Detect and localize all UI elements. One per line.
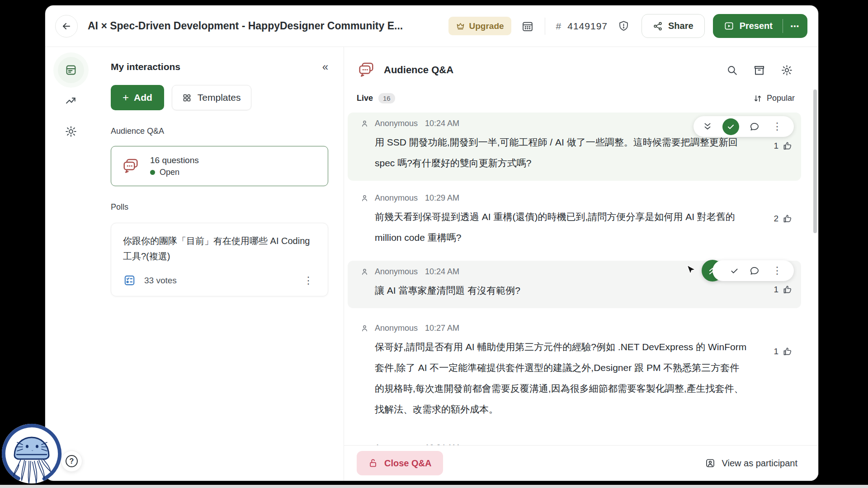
- rail-interactions-icon[interactable]: [58, 57, 84, 83]
- top-bar: AI × Spec-Driven Development - HappyDesi…: [45, 5, 818, 47]
- polls-section-label: Polls: [111, 202, 328, 212]
- person-icon: [360, 119, 369, 128]
- add-button[interactable]: + Add: [111, 85, 164, 110]
- question-kebab-icon[interactable]: ⋮: [769, 266, 785, 276]
- present-more-button[interactable]: ⋯: [783, 21, 807, 32]
- screen-edge-strip: [0, 485, 868, 488]
- poll-checklist-icon: [123, 274, 136, 287]
- participant-badge-icon: [705, 458, 716, 469]
- grid-icon: [182, 93, 192, 103]
- collapse-sidebar-icon[interactable]: «: [322, 61, 328, 72]
- question-text: 讓 AI 當專家釐清問題 有沒有範例?: [375, 280, 747, 301]
- calendar-icon[interactable]: [521, 20, 534, 33]
- share-icon: [653, 21, 663, 31]
- sort-popular-button[interactable]: Popular: [753, 94, 795, 103]
- question-text: 保哥好,請問是否有用 AI 輔助使用第三方元件的經驗?例如 .NET DevEx…: [375, 337, 747, 420]
- view-as-participant-button[interactable]: View as participant: [705, 458, 798, 469]
- upvote-count: 1: [774, 347, 778, 357]
- upvote-count: 2: [774, 214, 778, 224]
- question-kebab-icon[interactable]: ⋮: [769, 122, 785, 131]
- qna-bubbles-icon: [357, 61, 376, 80]
- event-code: # 4149197: [556, 21, 608, 32]
- divider: [545, 18, 545, 35]
- qna-section-label: Audience Q&A: [111, 127, 328, 136]
- question-row[interactable]: Anonymous 10:34 AM: [348, 437, 801, 445]
- scrollbar-thumb[interactable]: [813, 89, 817, 233]
- back-button[interactable]: [55, 15, 78, 38]
- question-actions-toolbar: ⋮: [693, 116, 794, 137]
- person-icon: [360, 324, 369, 333]
- question-author: Anonymous: [375, 119, 418, 128]
- upvote-button[interactable]: 2: [774, 213, 793, 224]
- search-icon[interactable]: [726, 64, 738, 76]
- person-icon: [360, 194, 369, 202]
- question-time: 10:24 AM: [425, 119, 459, 128]
- close-qna-button[interactable]: Close Q&A: [357, 451, 443, 475]
- question-list: Anonymous 10:24 AM 用 SSD 開發功能,開發到一半,可能工程…: [344, 103, 818, 445]
- upvote-button[interactable]: 1: [774, 141, 793, 151]
- thumbs-up-icon: [783, 284, 793, 295]
- app-window: AI × Spec-Driven Development - HappyDesi…: [45, 5, 818, 481]
- live-count-badge: 16: [378, 93, 395, 103]
- mark-answered-button[interactable]: [722, 118, 739, 135]
- templates-button[interactable]: Templates: [172, 85, 251, 110]
- lock-open-icon: [368, 458, 378, 468]
- sidebar: My interactions « + Add Templates Audien…: [97, 47, 344, 481]
- main-panel: Audience Q&A Live 16: [344, 47, 818, 481]
- question-author: Anonymous: [375, 443, 418, 445]
- question-time: 10:24 AM: [425, 267, 459, 277]
- move-down-icon[interactable]: [703, 122, 712, 131]
- question-row[interactable]: Anonymous 10:24 AM 讓 AI 當專家釐清問題 有沒有範例? 1: [348, 261, 801, 308]
- question-row[interactable]: Anonymous 10:29 AM 前幾天看到保哥提到透過 AI 重構(還債)…: [348, 187, 801, 255]
- poll-card[interactable]: 你跟你的團隊「目前」有在使用哪些 AI Coding 工具?(複選) 33 vo…: [111, 223, 328, 296]
- thumbs-up-icon: [783, 213, 793, 224]
- play-icon: [724, 21, 734, 31]
- person-icon: [360, 267, 369, 276]
- question-time: 10:34 AM: [425, 443, 459, 445]
- thumbs-up-icon: [783, 346, 793, 357]
- qna-question-count: 16 questions: [150, 155, 199, 165]
- arrow-left-icon: [61, 21, 72, 32]
- icon-rail: [45, 47, 97, 481]
- upgrade-button[interactable]: Upgrade: [448, 17, 511, 35]
- settings-gear-icon[interactable]: [781, 64, 793, 76]
- qna-interaction-card[interactable]: 16 questions Open: [111, 146, 328, 186]
- upvote-count: 1: [774, 141, 778, 151]
- sort-arrows-icon: [753, 94, 762, 103]
- tab-live[interactable]: Live: [357, 94, 373, 103]
- reply-bubble-icon[interactable]: [749, 122, 760, 132]
- qna-status-label: Open: [160, 168, 179, 177]
- question-actions-toolbar: ⋮: [702, 260, 794, 282]
- event-title: AI × Spec-Driven Development - HappyDesi…: [88, 20, 403, 32]
- qna-footer: Close Q&A View as participant: [344, 445, 818, 481]
- mark-answered-icon[interactable]: [730, 266, 739, 276]
- thumbs-up-icon: [783, 141, 793, 151]
- question-row[interactable]: Anonymous 10:27 AM 保哥好,請問是否有用 AI 輔助使用第三方…: [348, 317, 801, 427]
- question-time: 10:27 AM: [425, 324, 459, 333]
- rail-analytics-icon[interactable]: [58, 88, 84, 114]
- question-row[interactable]: Anonymous 10:24 AM 用 SSD 開發功能,開發到一半,可能工程…: [348, 113, 801, 181]
- open-status-dot: [150, 170, 155, 175]
- question-author: Anonymous: [375, 193, 418, 203]
- crown-icon: [456, 21, 465, 31]
- sidebar-title: My interactions: [111, 61, 180, 72]
- poll-vote-count: 33 votes: [144, 276, 292, 286]
- ellipsis-icon: ⋯: [790, 21, 800, 32]
- archive-icon[interactable]: [753, 64, 765, 76]
- reply-bubble-icon[interactable]: [749, 266, 760, 276]
- question-time: 10:29 AM: [425, 193, 459, 203]
- poll-question: 你跟你的團隊「目前」有在使用哪些 AI Coding 工具?(複選): [123, 233, 316, 264]
- poll-kebab-icon[interactable]: ⋮: [301, 276, 316, 286]
- question-author: Anonymous: [375, 267, 418, 277]
- upvote-count: 1: [774, 285, 778, 295]
- jellyfish-logo: [0, 418, 69, 488]
- rail-settings-icon[interactable]: [58, 118, 84, 145]
- shield-alert-icon[interactable]: [618, 20, 630, 32]
- present-button[interactable]: Present ⋯: [713, 14, 807, 38]
- upvote-button[interactable]: 1: [774, 346, 793, 357]
- share-button[interactable]: Share: [642, 14, 705, 38]
- plus-icon: +: [123, 91, 129, 104]
- question-author: Anonymous: [375, 324, 418, 333]
- person-icon: [360, 444, 369, 445]
- upvote-button[interactable]: 1: [774, 284, 793, 295]
